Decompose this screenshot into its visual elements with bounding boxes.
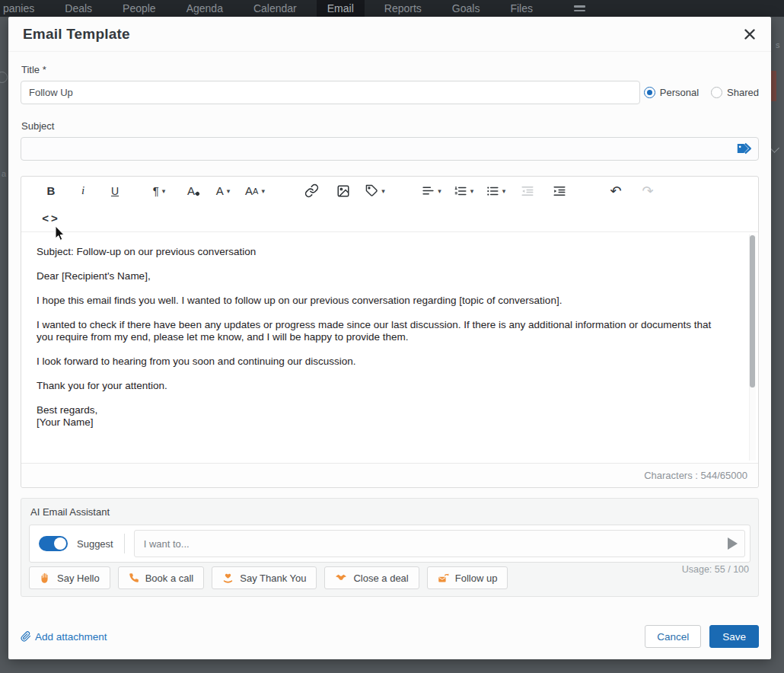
chip-follow-up[interactable]: Follow up [427,566,508,589]
underline-button[interactable]: U [104,179,126,203]
ai-prompt-input[interactable] [134,530,745,557]
italic-button[interactable]: i [72,179,94,203]
visibility-radios: Personal Shared [644,87,759,98]
editor-scrollbar-thumb[interactable] [750,235,755,388]
nav-item-people[interactable]: People [123,0,156,17]
body-paragraph: Subject: Follow-up on our previous conve… [37,246,716,258]
align-left-icon [422,184,435,197]
insert-tag-button[interactable]: ▾ [364,179,387,203]
unordered-list-icon [486,184,499,198]
font-size-button[interactable]: AA▾ [244,179,266,203]
body-paragraph: I hope this email finds you well. I want… [37,295,716,307]
nav-item-calendar[interactable]: Calendar [253,0,297,17]
nav-item-companies[interactable]: panies [3,0,34,17]
chip-say-thank-you[interactable]: Say Thank You [212,566,317,589]
code-icon: <> [42,212,60,225]
modal-footer: Add attachment Cancel Save [21,625,759,648]
radio-personal[interactable]: Personal [644,87,699,98]
undo-button[interactable]: ↶ [604,179,627,203]
heart-hand-icon [222,573,234,584]
phone-icon [129,573,139,583]
nav-item-goals[interactable]: Goals [452,0,480,17]
radio-shared-label: Shared [727,87,759,98]
indent-button[interactable] [548,179,571,203]
insert-link-button[interactable] [300,179,323,203]
italic-icon: i [81,184,84,197]
radio-icon [711,87,722,98]
chip-book-a-call[interactable]: Book a call [118,566,205,589]
ai-prompt-box: Suggest [29,525,751,563]
email-body-editor[interactable]: Subject: Follow-up on our previous conve… [21,233,758,462]
unordered-list-button[interactable]: ▾ [484,179,507,203]
chevron-down-icon: ▾ [502,187,506,195]
background-page-fragment [770,71,776,101]
body-signature-line: [Your Name] [37,416,716,429]
subject-label: Subject [21,120,759,132]
modal-header: Email Template [8,17,771,52]
ai-email-assistant-panel: AI Email Assistant Suggest Say Hello Boo… [21,498,759,597]
app-nav: panies Deals People Agenda Calendar Emai… [0,0,784,17]
image-icon [336,184,350,198]
editor-toolbar-row1: B i U ¶▾ A A▾ AA▾ ▾ [21,177,758,205]
text-color-button[interactable]: A [180,179,202,203]
paragraph-icon: ¶ [153,184,159,197]
bold-button[interactable]: B [40,179,62,203]
close-icon[interactable] [741,25,759,43]
suggest-label: Suggest [77,538,113,550]
save-button[interactable]: Save [709,625,759,648]
suggest-toggle[interactable] [39,536,68,551]
chip-label: Say Thank You [240,573,306,584]
underline-icon: U [111,185,119,197]
chevron-down-icon: ▾ [261,187,265,195]
nav-item-reports[interactable]: Reports [384,0,422,17]
modal-title: Email Template [23,26,130,43]
run-prompt-icon[interactable] [728,537,738,550]
align-button[interactable]: ▾ [420,179,443,203]
add-attachment-label: Add attachment [35,631,107,643]
outdent-icon [521,184,534,198]
email-template-modal: Email Template Title * Personal Shared S… [8,17,771,659]
font-family-button[interactable]: A▾ [212,179,234,203]
paragraph-format-button[interactable]: ¶▾ [148,179,171,203]
title-input[interactable] [21,81,640,104]
body-paragraph: I look forward to hearing from you soon … [37,356,716,368]
chevron-down-icon: ▾ [381,187,385,195]
body-paragraph: I wanted to check if there have been any… [37,319,716,343]
code-view-button[interactable]: <> [40,206,62,231]
handshake-icon [335,572,347,584]
add-attachment-link[interactable]: Add attachment [21,631,107,643]
chip-say-hello[interactable]: Say Hello [29,566,110,589]
chevron-down-icon: ▾ [470,187,474,195]
nav-item-deals[interactable]: Deals [65,0,92,17]
subject-input[interactable] [21,137,759,161]
chevron-down-icon [770,143,779,153]
cancel-button[interactable]: Cancel [645,625,701,648]
character-counter: Characters : 544/65000 [21,463,758,487]
nav-item-email[interactable]: Email [317,0,365,17]
font-size-icon: A [245,184,253,197]
radio-shared[interactable]: Shared [711,87,759,98]
insert-image-button[interactable] [332,179,355,203]
mail-reply-icon [438,573,449,584]
redo-button[interactable]: ↷ [636,179,659,203]
background-page-fragment: a [2,169,6,178]
outdent-button[interactable] [516,179,539,203]
hamburger-menu-icon[interactable] [574,5,585,11]
tag-merge-field-icon[interactable] [736,141,753,157]
radio-personal-label: Personal [660,87,699,98]
nav-item-agenda[interactable]: Agenda [186,0,223,17]
usage-counter: Usage: 55 / 100 [682,564,749,575]
modal-body: Title * Personal Shared Subject [8,64,771,597]
chip-label: Close a deal [353,573,408,584]
background-page-fragment: s [776,40,780,49]
radio-icon [644,87,655,98]
chip-label: Follow up [455,573,498,584]
ordered-list-button[interactable]: ▾ [452,179,475,203]
chevron-down-icon: ▾ [162,187,166,195]
indent-icon [553,184,566,198]
font-icon: A [216,184,224,197]
nav-item-files[interactable]: Files [510,0,533,17]
editor-toolbar-row2: <> [21,205,758,232]
ai-suggestion-chips: Say Hello Book a call Say Thank You Clos… [29,566,751,589]
chip-close-a-deal[interactable]: Close a deal [324,566,419,589]
